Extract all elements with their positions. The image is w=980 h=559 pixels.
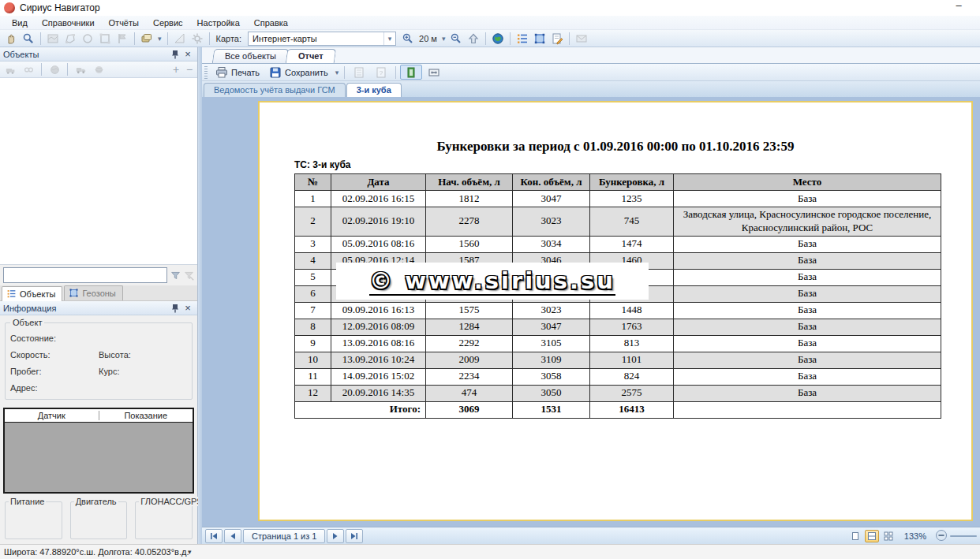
globe-icon[interactable] bbox=[490, 32, 506, 46]
tab-fuel-ledger[interactable]: Ведомость учёта выдачи ГСМ bbox=[204, 83, 346, 97]
total-end-volume: 1531 bbox=[513, 401, 590, 418]
table-cell: 6 bbox=[295, 285, 331, 302]
help-button: ? bbox=[371, 65, 391, 80]
menu-settings[interactable]: Настройка bbox=[190, 17, 247, 29]
geozones-tab-icon bbox=[69, 288, 79, 298]
gear-icon bbox=[189, 32, 205, 46]
scale-caret-icon[interactable]: ▾ bbox=[440, 35, 447, 43]
table-cell: 474 bbox=[426, 385, 513, 401]
pin-icon[interactable] bbox=[169, 49, 181, 60]
zoom-out-icon[interactable] bbox=[448, 32, 464, 46]
object-groupbox: Объект Состояние: Скорость:Высота: Пробе… bbox=[5, 322, 193, 400]
zoom-in-icon[interactable] bbox=[400, 32, 416, 46]
map-source-combobox[interactable]: Интернет-карты ▾ bbox=[248, 32, 396, 46]
reading-col-header: Показание bbox=[99, 411, 193, 420]
zoom-slider[interactable] bbox=[950, 535, 977, 537]
geozones-tab-label: Геозоны bbox=[82, 289, 115, 298]
menu-view[interactable]: Вид bbox=[5, 17, 35, 29]
table-row: 1220.09.2016 14:3547430502575База bbox=[295, 385, 941, 401]
view-multi-page-button[interactable] bbox=[881, 530, 896, 542]
menu-reports[interactable]: Отчёты bbox=[102, 17, 146, 29]
zoom-tool-icon[interactable] bbox=[21, 32, 36, 46]
statusbar-caret-icon[interactable]: ▾ bbox=[188, 548, 192, 556]
table-cell: 5 bbox=[295, 269, 331, 285]
table-cell: 20.09.2016 14:35 bbox=[331, 385, 426, 401]
combo-dropdown-icon[interactable]: ▾ bbox=[383, 32, 395, 45]
table-header-row: № Дата Нач. объём, л Кон. объём, л Бунке… bbox=[295, 174, 941, 191]
print-button[interactable]: Печать bbox=[211, 65, 264, 80]
save-options-caret-icon[interactable]: ▾ bbox=[334, 69, 341, 76]
help-icon: ? bbox=[375, 66, 387, 79]
fit-width-view-button[interactable] bbox=[424, 65, 444, 80]
link-objects-icon bbox=[21, 62, 36, 76]
table-cell: 3058 bbox=[513, 368, 590, 385]
polygon-edit-icon bbox=[62, 32, 78, 46]
app-window: Сириус Навигатор – Вид Справочники Отчёт… bbox=[0, 0, 980, 559]
toolbar-separator bbox=[134, 32, 135, 45]
mail-icon bbox=[574, 32, 589, 46]
prev-page-button[interactable] bbox=[224, 529, 241, 543]
report-viewer[interactable]: Бункеровки за период с 01.09.2016 00:00 … bbox=[202, 97, 980, 527]
table-cell: 12 bbox=[295, 385, 331, 401]
objects-sidebar: Объекты × + − Объекты bbox=[0, 47, 198, 544]
table-cell: 824 bbox=[590, 368, 674, 385]
filter-icon[interactable] bbox=[170, 270, 181, 281]
layers-icon[interactable] bbox=[139, 32, 155, 46]
geozone-icon[interactable] bbox=[532, 32, 548, 46]
close-panel-icon[interactable]: × bbox=[181, 303, 194, 314]
table-row: 812.09.2016 08:09128430471763База bbox=[295, 319, 941, 335]
total-bunkering: 16413 bbox=[590, 401, 674, 418]
table-cell: 3047 bbox=[513, 191, 590, 207]
show-on-map-icon bbox=[47, 62, 62, 76]
pan-hand-icon[interactable] bbox=[3, 32, 19, 46]
zoom-out-slider-button[interactable] bbox=[935, 529, 948, 543]
menu-help[interactable]: Справка bbox=[247, 17, 295, 29]
view-fit-width-button[interactable] bbox=[865, 530, 879, 542]
edit-notes-icon[interactable] bbox=[549, 32, 565, 46]
mileage-label: Пробег: bbox=[10, 367, 99, 376]
address-label: Адрес: bbox=[10, 383, 103, 393]
table-row: 305.09.2016 08:16156030341474База bbox=[295, 236, 941, 252]
gnss-label: ГЛОНАСС/GPS bbox=[139, 497, 204, 506]
height-label: Высота: bbox=[99, 350, 187, 360]
objects-panel-header: Объекты × bbox=[0, 47, 197, 61]
table-cell: 1812 bbox=[426, 191, 513, 207]
object-list-icon[interactable] bbox=[514, 32, 530, 46]
tab-report[interactable]: Отчет bbox=[286, 49, 336, 63]
save-button[interactable]: Сохранить bbox=[265, 65, 332, 80]
tab-objects[interactable]: Объекты bbox=[2, 286, 62, 301]
home-view-icon[interactable] bbox=[466, 32, 481, 46]
col-place: Место bbox=[674, 174, 941, 191]
single-page-view-button[interactable] bbox=[400, 65, 422, 80]
table-row: 1013.09.2016 10:24200931091101База bbox=[295, 352, 941, 368]
table-cell: 2 bbox=[295, 207, 331, 237]
object-tree[interactable] bbox=[0, 78, 197, 265]
minimize-button[interactable]: – bbox=[952, 2, 966, 13]
view-single-page-button[interactable] bbox=[848, 530, 862, 542]
menu-directories[interactable]: Справочники bbox=[35, 17, 102, 29]
last-page-button[interactable] bbox=[346, 529, 363, 543]
next-page-button[interactable] bbox=[327, 529, 344, 543]
tab-geozones[interactable]: Геозоны bbox=[64, 285, 122, 300]
close-panel-icon[interactable]: × bbox=[181, 49, 194, 60]
table-cell: База bbox=[674, 368, 941, 385]
table-cell: 1 bbox=[295, 191, 331, 207]
layers-caret-icon[interactable]: ▾ bbox=[156, 35, 163, 43]
toolbar-separator bbox=[344, 66, 345, 79]
map-scale-value[interactable]: 20 м bbox=[417, 34, 439, 43]
tab-all-objects[interactable]: Все объекты bbox=[212, 49, 289, 63]
menu-service[interactable]: Сервис bbox=[146, 17, 190, 29]
tab-3i-kuba[interactable]: 3-и куба bbox=[346, 83, 402, 97]
object-search-row bbox=[0, 265, 197, 285]
state-label: Состояние: bbox=[10, 334, 103, 343]
collapse-all-icon: − bbox=[184, 65, 195, 74]
pin-icon[interactable] bbox=[169, 303, 181, 314]
engine-label: Двигатель bbox=[74, 497, 118, 506]
sensor-table-header: Датчик Показание bbox=[5, 409, 193, 423]
report-tab-bar: Ведомость учёта выдачи ГСМ 3-и куба bbox=[202, 81, 980, 97]
object-search-input[interactable] bbox=[3, 267, 167, 283]
vehicle-group-icon bbox=[2, 62, 18, 76]
toolbar-separator bbox=[485, 32, 486, 45]
first-page-button[interactable] bbox=[205, 529, 223, 543]
table-cell: Заводская улица, Красносулинское городск… bbox=[674, 207, 941, 237]
